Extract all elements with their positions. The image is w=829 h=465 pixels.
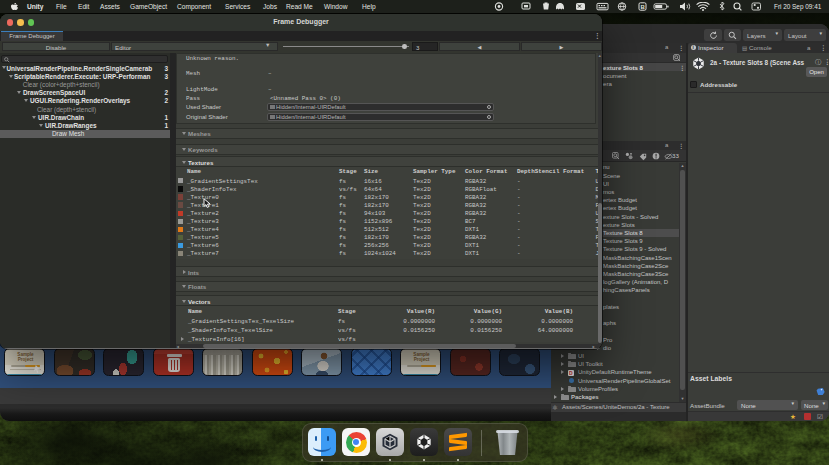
svg-text:B: B xyxy=(641,4,646,10)
